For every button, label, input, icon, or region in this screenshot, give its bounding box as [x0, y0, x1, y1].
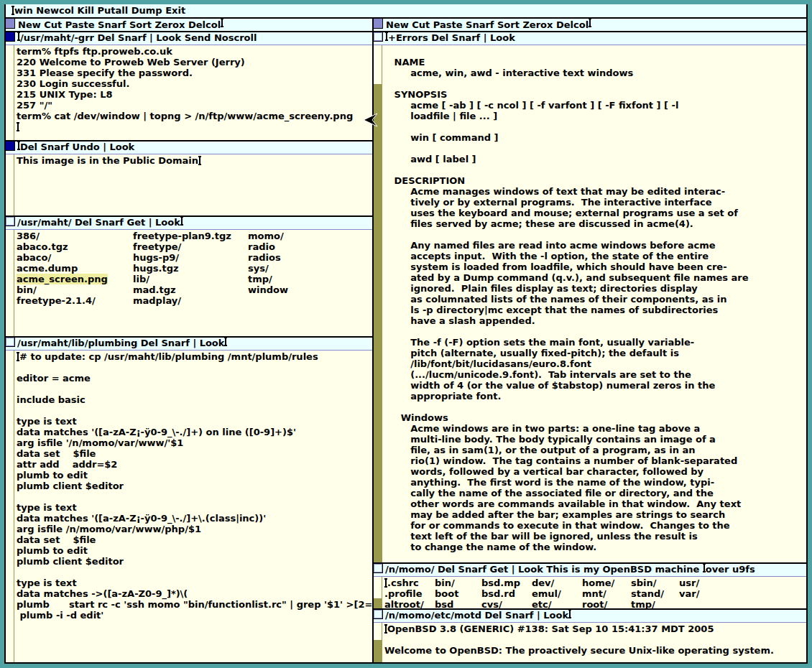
scrollbar[interactable]	[6, 154, 14, 215]
column-layout-box-icon[interactable]	[374, 19, 383, 29]
scrollbar-thumb[interactable]	[374, 45, 382, 84]
text-caret	[199, 157, 200, 164]
window-plumbing-body[interactable]: # to update: cp /usr/maht/lib/plumbing /…	[14, 351, 372, 662]
scrollbar[interactable]	[6, 230, 14, 336]
terminal-output[interactable]: term% ftpfs ftp.proweb.co.uk 220 Welcome…	[17, 46, 372, 121]
text-caret	[18, 142, 19, 149]
text-caret	[225, 338, 226, 345]
window-layout-box-icon[interactable]	[374, 564, 382, 572]
window-errors: +Errors Del Snarf | Look NAME acme, win,…	[374, 32, 806, 564]
window-plumbing: /usr/maht/lib/plumbing Del Snarf | Look …	[6, 338, 372, 662]
dir-column-5[interactable]: home/ mnt/ root/	[582, 577, 631, 608]
window-motd: /n/momo/etc/motd Del Snarf | Look OpenBS…	[374, 610, 806, 662]
motd-text[interactable]: OpenBSD 3.8 (GENERIC) #138: Sat Sep 10 1…	[384, 623, 774, 656]
dir-entries[interactable]: bin/ freetype-2.1.4/	[17, 284, 133, 306]
text-caret	[386, 32, 387, 40]
window-home-dir-body[interactable]: 386/ abaco.tgz abaco/ acme.dumpacme_scre…	[14, 230, 372, 336]
left-column-tag-text[interactable]: New Cut Paste Snarf Sort Zerox Delcol	[18, 19, 221, 31]
dir-column-1[interactable]: 386/ abaco.tgz abaco/ acme.dumpacme_scre…	[17, 231, 133, 336]
window-terminal-tag[interactable]: /usr/maht/-grr Del Snarf | Look Send Nos…	[6, 32, 372, 45]
window-motd-body[interactable]: OpenBSD 3.8 (GENERIC) #138: Sat Sep 10 1…	[382, 623, 806, 662]
window-layout-box-icon[interactable]	[374, 32, 382, 41]
window-layout-box-icon[interactable]	[6, 338, 14, 346]
text-caret	[181, 217, 183, 225]
window-momo-dir-tag-text-after[interactable]: over u9fs	[706, 564, 755, 576]
window-note: Del Snarf Undo | Look This image is in t…	[6, 142, 372, 217]
window-note-body[interactable]: This image is in the Public Domain	[14, 154, 372, 215]
note-text[interactable]: This image is in the Public Domain	[17, 155, 198, 166]
window-layout-box-icon[interactable]	[6, 32, 14, 41]
right-column-tag-text[interactable]: New Cut Paste Snarf Sort Zerox Delcol	[386, 19, 589, 31]
dir-column-3[interactable]: bsd.mp bsd.rd cvs/	[481, 577, 532, 608]
plumbing-rules-text[interactable]: # to update: cp /usr/maht/lib/plumbing /…	[17, 351, 372, 621]
acme-frame: win Newcol Kill Putall Dump Exit New Cut…	[4, 4, 808, 664]
window-errors-tag-text[interactable]: +Errors Del Snarf | Look	[388, 32, 515, 45]
dir-column-2[interactable]: freetype-plan9.tgz freetype/ hugs-p9/ hu…	[133, 231, 248, 336]
main-tag-bar[interactable]: win Newcol Kill Putall Dump Exit	[6, 4, 806, 19]
text-caret	[385, 625, 387, 633]
dir-column-3[interactable]: momo/ radio radios sys/ tmp/ window	[248, 231, 288, 336]
scrollbar[interactable]	[374, 623, 382, 662]
window-layout-box-icon[interactable]	[6, 217, 14, 226]
window-layout-box-icon[interactable]	[6, 142, 14, 150]
dir-entries[interactable]: .cshrc .profile altroot/	[384, 577, 424, 608]
window-errors-body[interactable]: NAME acme, win, awd - interactive text w…	[382, 45, 806, 562]
acme-screen: win Newcol Kill Putall Dump Exit New Cut…	[0, 0, 812, 668]
scrollbar[interactable]	[6, 351, 14, 662]
text-caret	[589, 19, 591, 27]
text-caret	[18, 32, 19, 40]
text-caret	[221, 19, 223, 27]
man-page-text[interactable]: NAME acme, win, awd - interactive text w…	[384, 46, 806, 552]
window-layout-box-icon[interactable]	[374, 610, 382, 618]
window-home-dir: /usr/maht/ Del Snarf Get | Look 386/ aba…	[6, 217, 372, 338]
left-column: New Cut Paste Snarf Sort Zerox Delcol /u…	[6, 19, 372, 662]
main-tag-text[interactable]: win Newcol Kill Putall Dump Exit	[14, 5, 185, 16]
right-column: New Cut Paste Snarf Sort Zerox Delcol +E…	[374, 19, 806, 662]
window-terminal-tag-text[interactable]: /usr/maht/-grr Del Snarf | Look Send Nos…	[20, 32, 257, 45]
window-errors-tag[interactable]: +Errors Del Snarf | Look	[374, 32, 806, 45]
dir-column-1[interactable]: .cshrc .profile altroot/	[384, 577, 435, 608]
scrollbar-thumb[interactable]	[374, 577, 382, 598]
window-home-dir-tag-text[interactable]: /usr/maht/ Del Snarf Get | Look	[17, 217, 180, 229]
window-home-dir-tag[interactable]: /usr/maht/ Del Snarf Get | Look	[6, 217, 372, 230]
text-caret	[569, 610, 571, 618]
window-momo-dir-tag-text[interactable]: /n/momo/ Del Snarf Get | Look This is my…	[385, 564, 703, 576]
left-column-tag-bar[interactable]: New Cut Paste Snarf Sort Zerox Delcol	[6, 19, 372, 32]
mouse-cursor-icon	[363, 112, 379, 128]
window-plumbing-tag[interactable]: /usr/maht/lib/plumbing Del Snarf | Look	[6, 338, 372, 351]
dir-column-2[interactable]: bin/ boot bsd	[435, 577, 481, 608]
dir-column-4[interactable]: dev/ emul/ etc/	[532, 577, 582, 608]
dir-column-6[interactable]: sbin/ stand/ tmp/	[631, 577, 679, 608]
window-note-tag[interactable]: Del Snarf Undo | Look	[6, 142, 372, 154]
scrollbar[interactable]	[374, 577, 382, 608]
window-motd-tag-text[interactable]: /n/momo/etc/motd Del Snarf | Look	[385, 610, 568, 622]
window-motd-tag[interactable]: /n/momo/etc/motd Del Snarf | Look	[374, 610, 806, 623]
text-caret	[12, 6, 14, 14]
window-plumbing-tag-text[interactable]: /usr/maht/lib/plumbing Del Snarf | Look	[17, 338, 224, 350]
window-momo-dir-body[interactable]: .cshrc .profile altroot/ bin/ boot bsd b…	[382, 577, 806, 608]
scrollbar-thumb[interactable]	[374, 623, 382, 640]
dir-entries[interactable]: 386/ abaco.tgz abaco/ acme.dump	[17, 231, 133, 274]
text-caret	[385, 579, 387, 587]
text-caret	[703, 564, 705, 572]
right-column-tag-bar[interactable]: New Cut Paste Snarf Sort Zerox Delcol	[374, 19, 806, 32]
window-momo-dir-tag[interactable]: /n/momo/ Del Snarf Get | Look This is my…	[374, 564, 806, 577]
window-momo-dir: /n/momo/ Del Snarf Get | Look This is my…	[374, 564, 806, 610]
text-caret	[17, 353, 19, 361]
window-note-tag-text[interactable]: Del Snarf Undo | Look	[20, 142, 134, 154]
column-layout-box-icon[interactable]	[6, 19, 15, 29]
dir-column-7[interactable]: usr/ var/	[679, 577, 699, 608]
selected-file[interactable]: acme_screen.png	[17, 274, 108, 284]
text-caret	[17, 123, 19, 131]
window-terminal: /usr/maht/-grr Del Snarf | Look Send Nos…	[6, 32, 372, 142]
window-terminal-body[interactable]: term% ftpfs ftp.proweb.co.uk 220 Welcome…	[14, 45, 372, 140]
scrollbar[interactable]	[6, 45, 14, 140]
